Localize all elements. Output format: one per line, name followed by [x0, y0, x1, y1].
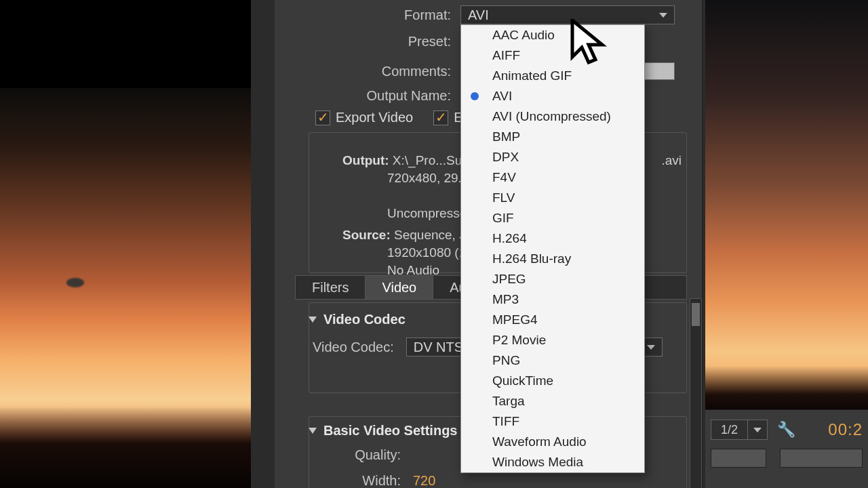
triangle-down-icon — [309, 428, 317, 434]
width-value[interactable]: 720 — [413, 473, 435, 488]
format-option[interactable]: BMP — [461, 127, 644, 147]
format-dropdown[interactable]: AVI — [460, 5, 675, 24]
format-option-label: TIFF — [492, 414, 519, 429]
scrollbar-thumb[interactable] — [692, 303, 700, 326]
format-option[interactable]: H.264 — [461, 228, 644, 249]
format-option-label: H.264 Blu-ray — [492, 251, 571, 266]
chevron-down-icon — [659, 13, 667, 18]
basic-video-header[interactable]: Basic Video Settings — [309, 423, 457, 439]
format-option-label: Waveform Audio — [492, 434, 587, 449]
quality-label: Quality: — [340, 447, 401, 463]
video-codec-label: Video Codec: — [313, 340, 394, 355]
checkbox-icon — [315, 110, 330, 125]
format-option[interactable]: DPX — [461, 147, 644, 167]
format-option[interactable]: P2 Movie — [461, 330, 644, 350]
video-preview-left — [0, 0, 251, 488]
format-option-label: JPEG — [492, 272, 526, 287]
format-option-label: Targa — [492, 394, 525, 409]
output-label: Output: — [342, 153, 389, 167]
format-option[interactable]: AVI — [461, 86, 644, 106]
format-option-label: GIF — [492, 211, 514, 226]
video-codec-header[interactable]: Video Codec — [309, 312, 406, 327]
format-option[interactable]: GIF — [461, 208, 644, 228]
format-option-label: MPEG4 — [492, 312, 538, 327]
format-option-label: AVI — [492, 89, 512, 104]
timecode[interactable]: 00:2 — [828, 420, 863, 439]
format-option[interactable]: MPEG4 — [461, 310, 644, 330]
settings-scrollbar[interactable] — [690, 298, 702, 488]
basic-video-title: Basic Video Settings — [323, 423, 457, 439]
preset-label: Preset: — [275, 34, 451, 49]
export-video-checkbox[interactable]: Export Video — [315, 110, 413, 125]
cloud-decoration — [66, 278, 84, 287]
output-ext: .avi — [661, 152, 682, 169]
format-option-label: PNG — [492, 353, 520, 368]
format-option-label: FLV — [492, 190, 515, 205]
format-option-label: F4V — [492, 170, 516, 185]
format-option-label: AIFF — [492, 48, 520, 63]
format-option[interactable]: JPEG — [461, 269, 644, 289]
format-option[interactable]: PNG — [461, 350, 644, 371]
triangle-down-icon — [309, 317, 317, 323]
format-option-label: DPX — [492, 150, 519, 165]
format-option[interactable]: AVI (Uncompressed) — [461, 106, 644, 127]
format-option-label: AVI (Uncompressed) — [492, 109, 611, 124]
timeline-toolbar: 1/2 🔧 00:2 — [705, 409, 868, 488]
format-option[interactable]: MP3 — [461, 289, 644, 310]
format-option[interactable]: AIFF — [461, 45, 644, 66]
output-name-label: Output Name: — [275, 88, 451, 104]
video-codec-title: Video Codec — [323, 312, 406, 327]
wrench-icon[interactable]: 🔧 — [777, 421, 795, 439]
format-option[interactable]: QuickTime — [461, 371, 644, 391]
format-option[interactable]: AAC Audio — [461, 25, 644, 45]
format-option-label: AAC Audio — [492, 28, 555, 43]
format-dropdown-menu[interactable]: AAC AudioAIFFAnimated GIFAVIAVI (Uncompr… — [460, 24, 645, 473]
timeline-track-secondary[interactable] — [780, 449, 863, 468]
zoom-dropdown[interactable]: 1/2 — [711, 420, 768, 440]
width-label: Width: — [340, 473, 401, 488]
format-option[interactable]: Targa — [461, 391, 644, 411]
format-option[interactable]: F4V — [461, 167, 644, 188]
tab-video[interactable]: Video — [366, 276, 433, 299]
checkbox-icon — [433, 110, 448, 125]
format-option[interactable]: Waveform Audio — [461, 432, 644, 452]
format-option[interactable]: H.264 Blu-ray — [461, 249, 644, 269]
format-option-label: Windows Media — [492, 455, 583, 470]
format-option-label: BMP — [492, 129, 520, 144]
format-option-label: H.264 — [492, 231, 527, 246]
chevron-down-icon — [747, 420, 767, 439]
format-option-label: MP3 — [492, 292, 519, 307]
comments-label: Comments: — [275, 64, 451, 79]
tab-filters[interactable]: Filters — [296, 276, 366, 299]
format-value: AVI — [468, 7, 489, 23]
format-option[interactable]: TIFF — [461, 411, 644, 432]
format-option[interactable]: FLV — [461, 188, 644, 208]
export-video-label: Export Video — [336, 110, 413, 125]
format-option-label: QuickTime — [492, 373, 553, 388]
chevron-down-icon — [647, 345, 655, 350]
format-option-label: P2 Movie — [492, 333, 546, 348]
selected-dot-icon — [471, 92, 479, 100]
format-option[interactable]: Animated GIF — [461, 66, 644, 86]
format-option[interactable]: Windows Media — [461, 452, 644, 472]
timeline-track[interactable] — [711, 449, 766, 468]
format-label: Format: — [275, 7, 451, 23]
format-option-label: Animated GIF — [492, 68, 572, 83]
source-label: Source: — [342, 228, 391, 242]
zoom-value: 1/2 — [711, 423, 747, 437]
